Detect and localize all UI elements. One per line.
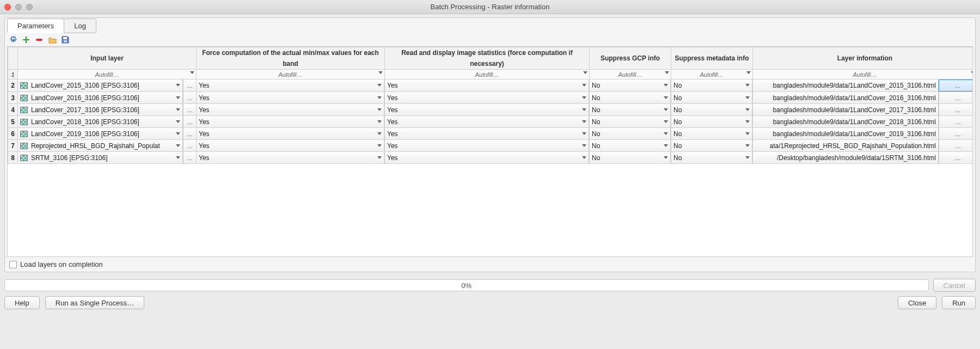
meta-combo[interactable]: No — [671, 79, 752, 91]
read-combo[interactable]: Yes — [385, 128, 589, 139]
header-suppress-meta[interactable]: Suppress metadata info — [671, 47, 753, 70]
raster-icon — [20, 131, 28, 137]
browse-input-button[interactable]: … — [183, 92, 196, 103]
meta-combo[interactable]: No — [671, 104, 752, 115]
input-layer-combo[interactable]: LandCover_2018_3106 [EPSG:3106] — [18, 116, 183, 127]
browse-output-button[interactable]: … — [939, 79, 973, 91]
autofill-gcp[interactable]: Autofill… — [590, 70, 671, 79]
layer-output-field[interactable]: bangladesh/module9/data/1LandCover_2016_… — [753, 92, 939, 103]
force-combo[interactable]: Yes — [197, 116, 384, 127]
help-button[interactable]: Help — [4, 296, 40, 309]
layer-output-field[interactable]: bangladesh/module9/data/1LandCover_2017_… — [753, 104, 939, 115]
tab-log[interactable]: Log — [64, 19, 96, 33]
read-combo[interactable]: Yes — [385, 79, 589, 91]
browse-output-button[interactable]: … — [939, 128, 973, 139]
force-combo[interactable]: Yes — [197, 140, 384, 151]
layer-output-field[interactable]: bangladesh/module9/data/1LandCover_2018_… — [753, 116, 939, 127]
chevron-down-icon — [176, 96, 180, 99]
titlebar: Batch Processing - Raster information — [0, 0, 980, 14]
read-combo[interactable]: Yes — [385, 152, 589, 163]
read-combo[interactable]: Yes — [385, 140, 589, 151]
run-single-button[interactable]: Run as Single Process… — [45, 296, 145, 309]
layer-output-field[interactable]: bangladesh/module9/data/1LandCover_2015_… — [753, 79, 939, 91]
force-combo[interactable]: Yes — [197, 104, 384, 115]
gcp-combo[interactable]: No — [590, 104, 671, 115]
force-combo[interactable]: Yes — [197, 92, 384, 103]
read-combo[interactable]: Yes — [385, 116, 589, 127]
browse-input-button[interactable]: … — [183, 128, 196, 139]
chevron-down-icon — [582, 132, 586, 135]
force-combo[interactable]: Yes — [197, 128, 384, 139]
row-number: 5 — [8, 116, 18, 128]
cell-force: Yes — [197, 116, 385, 128]
input-layer-combo[interactable]: LandCover_2015_3106 [EPSG:3106] — [18, 79, 183, 91]
input-layer-combo[interactable]: SRTM_3106 [EPSG:3106] — [18, 152, 183, 163]
close-button[interactable]: Close — [898, 296, 936, 309]
header-read-stats[interactable]: Read and display image statistics (force… — [385, 47, 590, 70]
read-combo[interactable]: Yes — [385, 92, 589, 103]
tab-parameters[interactable]: Parameters — [7, 19, 64, 33]
browse-input-button[interactable]: … — [183, 140, 196, 151]
browse-input-button[interactable]: … — [183, 152, 196, 163]
read-combo[interactable]: Yes — [385, 104, 589, 115]
layer-output-field[interactable]: ata/1Reprojected_HRSL_BGD_Rajshahi_Popul… — [753, 140, 939, 151]
open-folder-icon[interactable] — [47, 35, 57, 44]
browse-output-button[interactable]: … — [939, 92, 973, 103]
bottom-button-row: Help Run as Single Process… Close Run — [4, 296, 976, 309]
header-input-layer[interactable]: Input layer — [18, 47, 197, 70]
autofill-meta[interactable]: Autofill… — [671, 70, 753, 79]
cell-force: Yes — [197, 104, 385, 116]
autofill-read[interactable]: Autofill… — [385, 70, 590, 79]
chevron-down-icon — [176, 108, 180, 111]
cell-layer-info: bangladesh/module9/data/1LandCover_2018_… — [753, 116, 973, 128]
autofill-input[interactable]: Autofill… — [18, 70, 197, 79]
autofill-layer[interactable]: Autofill… — [753, 70, 973, 79]
cell-meta: No — [671, 79, 753, 92]
meta-combo[interactable]: No — [671, 140, 752, 151]
layer-output-field[interactable]: bangladesh/module9/data/1LandCover_2019_… — [753, 128, 939, 139]
input-layer-combo[interactable]: LandCover_2016_3106 [EPSG:3106] — [18, 92, 183, 103]
input-layer-combo[interactable]: LandCover_2019_3106 [EPSG:3106] — [18, 128, 183, 139]
meta-combo[interactable]: No — [671, 128, 752, 139]
header-layer-info[interactable]: Layer information — [753, 47, 973, 70]
meta-combo[interactable]: No — [671, 116, 752, 127]
gcp-combo[interactable]: No — [590, 79, 671, 91]
autofill-force[interactable]: Autofill… — [197, 70, 385, 79]
cell-read: Yes — [385, 128, 590, 140]
meta-combo[interactable]: No — [671, 92, 752, 103]
gcp-combo[interactable]: No — [590, 92, 671, 103]
gcp-combo[interactable]: No — [590, 116, 671, 127]
remove-row-icon[interactable] — [34, 35, 44, 44]
gcp-combo[interactable]: No — [590, 128, 671, 139]
browse-input-button[interactable]: … — [183, 116, 196, 127]
cell-gcp: No — [590, 79, 671, 92]
browse-output-button[interactable]: … — [939, 140, 973, 151]
header-suppress-gcp[interactable]: Suppress GCP info — [590, 47, 671, 70]
gcp-combo[interactable]: No — [590, 152, 671, 163]
input-layer-combo[interactable]: LandCover_2017_3106 [EPSG:3106] — [18, 104, 183, 115]
chevron-down-icon — [664, 96, 668, 99]
load-layers-checkbox[interactable] — [9, 261, 17, 268]
table-row: 5LandCover_2018_3106 [EPSG:3106]…YesYesN… — [8, 116, 973, 128]
browse-output-button[interactable]: … — [939, 116, 973, 127]
header-force-computation[interactable]: Force computation of the actual min/max … — [197, 47, 385, 70]
svg-rect-1 — [36, 39, 42, 41]
force-combo[interactable]: Yes — [197, 79, 384, 91]
cell-meta: No — [671, 128, 753, 140]
cell-layer-info: bangladesh/module9/data/1LandCover_2017_… — [753, 104, 973, 116]
browse-output-button[interactable]: … — [939, 104, 973, 115]
run-button[interactable]: Run — [942, 296, 976, 309]
add-row-icon[interactable] — [21, 35, 31, 44]
save-icon[interactable] — [60, 35, 70, 44]
input-layer-combo[interactable]: Reprojected_HRSL_BGD_Rajshahi_Populat — [18, 140, 183, 151]
gcp-combo[interactable]: No — [590, 140, 671, 151]
meta-combo[interactable]: No — [671, 152, 752, 163]
progress-bar: 0% — [4, 279, 929, 291]
browse-input-button[interactable]: … — [183, 104, 196, 115]
browse-output-button[interactable]: … — [939, 152, 973, 163]
browse-input-button[interactable]: … — [183, 79, 196, 91]
force-combo[interactable]: Yes — [197, 152, 384, 163]
settings-icon[interactable] — [8, 35, 18, 44]
batch-table: Input layer Force computation of the act… — [7, 46, 973, 257]
layer-output-field[interactable]: /Desktop/bangladesh/module9/data/1SRTM_3… — [753, 152, 939, 163]
